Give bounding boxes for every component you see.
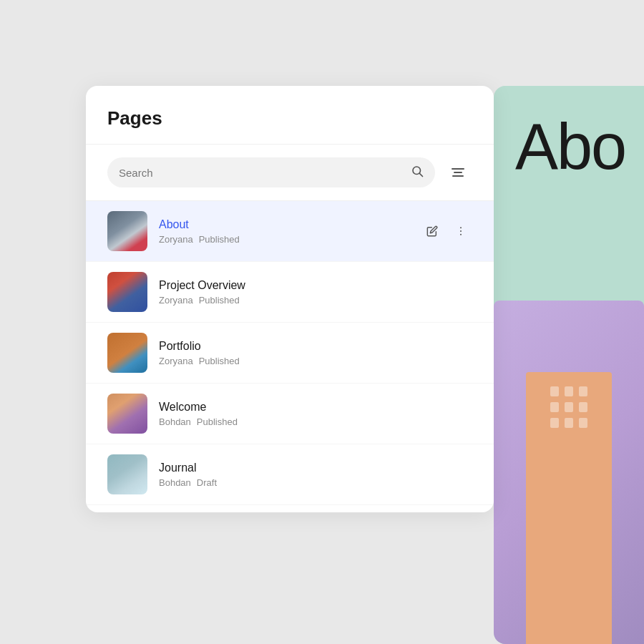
- filter-icon: [452, 168, 464, 177]
- page-info: Welcome Bohdan Published: [159, 401, 472, 427]
- purple-background-image: [494, 301, 644, 644]
- window: [550, 386, 559, 396]
- list-item[interactable]: Journal Bohdan Draft: [86, 444, 494, 505]
- page-status: Published: [199, 234, 240, 245]
- page-name: Portfolio: [159, 340, 472, 353]
- page-name: About: [159, 218, 409, 231]
- window: [579, 386, 587, 396]
- building-windows: [550, 386, 587, 428]
- page-actions: [421, 220, 472, 243]
- page-thumbnail: [107, 272, 147, 312]
- window: [565, 418, 573, 428]
- filter-button[interactable]: [444, 158, 472, 187]
- page-thumbnail: [107, 454, 147, 494]
- list-item[interactable]: Project Overview Zoryana Published: [86, 262, 494, 323]
- filter-line-1: [452, 168, 464, 170]
- list-item[interactable]: Portfolio Zoryana Published: [86, 323, 494, 384]
- panel-header: Pages: [86, 86, 494, 145]
- search-row: [86, 145, 494, 201]
- page-name: Journal: [159, 462, 472, 474]
- page-info: Portfolio Zoryana Published: [159, 340, 472, 366]
- filter-line-3: [452, 175, 464, 177]
- page-info: Journal Bohdan Draft: [159, 462, 472, 488]
- page-meta: Zoryana Published: [159, 356, 472, 366]
- page-author: Bohdan: [159, 477, 191, 488]
- svg-line-1: [419, 173, 422, 176]
- page-name: Project Overview: [159, 279, 472, 292]
- svg-point-4: [460, 234, 462, 235]
- building-illustration: [526, 372, 612, 644]
- window: [565, 402, 573, 412]
- search-box[interactable]: [107, 157, 435, 187]
- green-background-panel: Abo: [494, 86, 644, 644]
- filter-line-2: [454, 172, 462, 173]
- list-item[interactable]: About Zoryana Published: [86, 201, 494, 262]
- search-input[interactable]: [119, 167, 405, 179]
- svg-point-2: [460, 227, 462, 228]
- pages-panel: Pages About Zoryana: [86, 86, 494, 512]
- page-author: Zoryana: [159, 234, 193, 245]
- more-button[interactable]: [449, 220, 472, 243]
- window: [579, 418, 587, 428]
- page-author: Zoryana: [159, 356, 193, 366]
- list-item[interactable]: Welcome Bohdan Published: [86, 384, 494, 444]
- page-info: About Zoryana Published: [159, 218, 409, 245]
- window: [579, 402, 587, 412]
- page-status: Published: [199, 295, 240, 306]
- page-thumbnail: [107, 211, 147, 251]
- page-thumbnail: [107, 333, 147, 373]
- page-thumbnail: [107, 394, 147, 434]
- window: [550, 418, 559, 428]
- page-meta: Zoryana Published: [159, 234, 409, 245]
- page-status: Published: [199, 356, 240, 366]
- page-meta: Zoryana Published: [159, 295, 472, 306]
- edit-button[interactable]: [421, 220, 444, 243]
- page-author: Bohdan: [159, 416, 191, 427]
- page-meta: Bohdan Draft: [159, 477, 472, 488]
- page-meta: Bohdan Published: [159, 416, 472, 427]
- bg-green-text: Abo: [515, 114, 625, 179]
- page-status: Draft: [197, 477, 217, 488]
- page-author: Zoryana: [159, 295, 193, 306]
- page-name: Welcome: [159, 401, 472, 414]
- page-title: Pages: [107, 107, 472, 130]
- window: [565, 386, 573, 396]
- search-icon: [411, 165, 424, 180]
- window: [550, 402, 559, 412]
- page-list: About Zoryana Published: [86, 201, 494, 505]
- page-info: Project Overview Zoryana Published: [159, 279, 472, 306]
- svg-point-3: [460, 230, 462, 232]
- page-status: Published: [197, 416, 238, 427]
